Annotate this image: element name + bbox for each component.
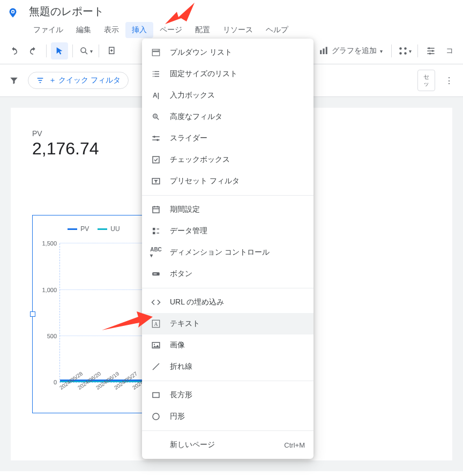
- app-logo[interactable]: [5, 5, 20, 20]
- menu-view[interactable]: 表示: [98, 22, 125, 38]
- svg-point-21: [156, 139, 159, 141]
- preset-filter-icon: [151, 176, 161, 187]
- line-icon: [151, 361, 161, 372]
- redo-button[interactable]: [25, 42, 42, 59]
- menu-item-label: チェックボックス: [170, 155, 230, 165]
- checkbox-icon: [151, 154, 161, 165]
- advanced-filter-icon: [151, 111, 161, 122]
- menu-item-label: ボタン: [170, 269, 192, 279]
- svg-rect-7: [320, 50, 322, 55]
- button-icon: [151, 269, 161, 279]
- toolbar-separator: [417, 44, 418, 57]
- menu-item-fixed-list[interactable]: 固定サイズのリスト: [142, 63, 313, 85]
- menu-item-text[interactable]: Aテキスト: [142, 313, 313, 334]
- menu-item-label: 固定サイズのリスト: [170, 69, 237, 79]
- zoom-tool[interactable]: ▾: [77, 42, 94, 59]
- svg-point-1: [12, 11, 13, 12]
- menu-file[interactable]: ファイル: [27, 22, 70, 38]
- svg-point-2: [81, 48, 86, 53]
- menu-help[interactable]: ヘルプ: [259, 22, 295, 38]
- select-tool[interactable]: [51, 42, 68, 59]
- menu-item-label: URL の埋め込み: [170, 298, 224, 307]
- menu-item-label: 画像: [170, 340, 185, 350]
- quick-filter-button[interactable]: ＋ クイック フィルタ: [28, 72, 129, 89]
- undo-button[interactable]: [5, 42, 23, 59]
- legend-item-pv[interactable]: PV: [68, 225, 89, 233]
- annotation-arrow-text: [96, 309, 155, 341]
- svg-point-13: [404, 52, 407, 55]
- menu-item-dimension-control[interactable]: ABC▾ディメンション コントロール: [142, 242, 313, 263]
- menu-item-new-page[interactable]: 新しいページCtrl+M: [142, 434, 313, 456]
- blank-icon: [151, 440, 161, 450]
- svg-marker-36: [102, 311, 153, 330]
- menu-item-data-control[interactable]: データ管理: [142, 220, 313, 242]
- menu-item-advanced-filter[interactable]: 高度なフィルタ: [142, 106, 313, 128]
- menu-item-label: データ管理: [170, 226, 207, 236]
- svg-rect-8: [323, 49, 325, 55]
- menu-item-label: プルダウン リスト: [170, 48, 232, 57]
- svg-rect-28: [154, 273, 157, 274]
- controls-cut: コ: [442, 46, 458, 56]
- menu-item-label: 円形: [170, 412, 185, 421]
- toolbar-separator: [72, 44, 73, 57]
- menu-item-embed-url[interactable]: URL の埋め込み: [142, 292, 313, 313]
- toolbar-separator: [99, 44, 99, 57]
- menu-item-line[interactable]: 折れ線: [142, 356, 313, 377]
- menu-item-button[interactable]: ボタン: [142, 263, 313, 285]
- menu-separator: [142, 381, 313, 381]
- menu-shortcut: Ctrl+M: [284, 441, 305, 449]
- menu-separator: [142, 288, 313, 288]
- menu-item-image[interactable]: 画像: [142, 334, 313, 356]
- toolbar-separator: [391, 44, 392, 57]
- svg-rect-33: [153, 393, 159, 398]
- svg-point-16: [429, 53, 431, 54]
- menu-item-preset-filter[interactable]: プリセット フィルタ: [142, 170, 313, 192]
- menu-item-circle[interactable]: 円形: [142, 406, 313, 427]
- svg-rect-24: [153, 207, 159, 213]
- menu-separator: [142, 430, 313, 431]
- svg-rect-22: [153, 157, 159, 163]
- fixed-list-icon: [151, 69, 161, 79]
- menu-item-label: 高度なフィルタ: [170, 112, 222, 122]
- add-chart-button[interactable]: グラフを追加 ▾: [315, 46, 387, 56]
- chart-x-labels: 2024/05/28 2024/06/20 2024/06/19 2024/05…: [58, 386, 155, 392]
- add-page-button[interactable]: [103, 42, 121, 59]
- data-control-icon: [151, 226, 161, 236]
- svg-rect-9: [326, 47, 327, 55]
- svg-point-15: [432, 50, 434, 51]
- more-options-button[interactable]: ⋮: [440, 72, 458, 89]
- menu-item-checkbox[interactable]: チェックボックス: [142, 149, 313, 170]
- community-viz-button[interactable]: ▾: [396, 42, 413, 59]
- date-range-icon: [151, 204, 161, 215]
- svg-point-11: [404, 47, 407, 50]
- legend-swatch: [98, 228, 107, 230]
- filter-icon[interactable]: [5, 72, 23, 89]
- legend-item-uu[interactable]: UU: [98, 225, 120, 233]
- svg-point-10: [399, 47, 402, 50]
- menu-item-label: プリセット フィルタ: [170, 176, 240, 186]
- menu-item-label: 新しいページ: [170, 440, 215, 450]
- svg-rect-26: [153, 232, 155, 235]
- add-chart-label: グラフを追加: [332, 46, 377, 56]
- rectangle-icon: [151, 390, 161, 400]
- image-icon: [151, 340, 161, 351]
- menu-item-rectangle[interactable]: 長方形: [142, 384, 313, 406]
- menu-item-dropdown-list[interactable]: プルダウン リスト: [142, 42, 313, 63]
- menu-item-slider[interactable]: スライダー: [142, 128, 313, 149]
- document-title[interactable]: 無題のレポート: [27, 3, 458, 20]
- menu-edit[interactable]: 編集: [70, 22, 98, 38]
- menu-resource[interactable]: リソース: [216, 22, 259, 38]
- circle-icon: [151, 411, 161, 422]
- menu-item-date-range[interactable]: 期間設定: [142, 199, 313, 220]
- svg-rect-18: [152, 52, 160, 56]
- menu-item-input-box[interactable]: A|入力ボックス: [142, 85, 313, 106]
- controls-button[interactable]: [422, 42, 439, 59]
- menu-insert[interactable]: 挿入: [125, 22, 153, 38]
- reset-button[interactable]: セ ッ: [417, 70, 435, 91]
- svg-rect-25: [153, 228, 155, 230]
- embed-url-icon: [151, 297, 161, 308]
- menu-item-label: テキスト: [170, 319, 200, 329]
- svg-marker-35: [165, 3, 195, 24]
- menu-item-label: スライダー: [170, 133, 207, 143]
- input-box-icon: A|: [151, 90, 161, 101]
